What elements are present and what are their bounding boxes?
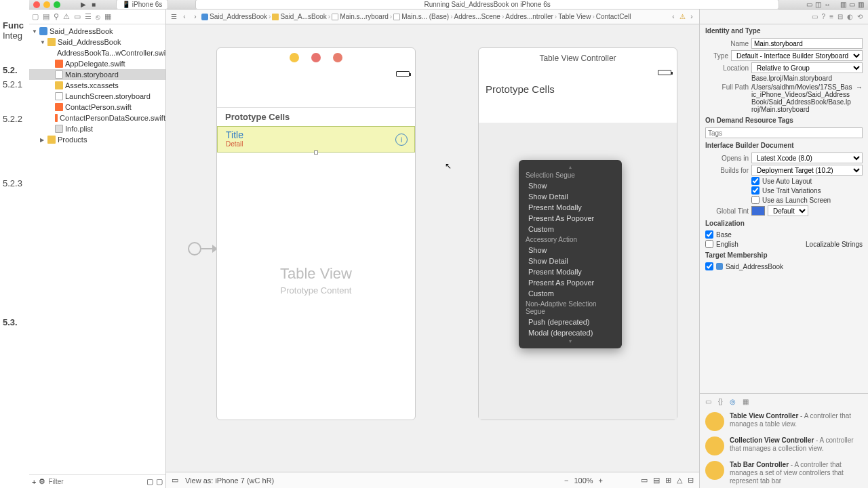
min-traffic[interactable] [43,1,50,8]
editor-mode-version[interactable]: ↔ [824,1,831,8]
background-document: Func Integ 5.2. 5.2.1 5.2.2 5.2.3 5.3. [0,0,29,488]
file-row[interactable]: AddressBookTa...wController.swift [29,47,165,58]
name-field[interactable] [751,38,863,49]
stack-icon[interactable]: ⊟ [688,476,694,485]
target-check[interactable] [705,262,713,270]
library-item[interactable]: Table View Controller - A controller tha… [700,409,868,434]
location-sub: Base.lproj/Main.storyboard [751,75,863,82]
builds-for-select[interactable]: Deployment Target (10.2) [751,165,863,176]
type-select[interactable]: Default - Interface Builder Storyboard [731,50,863,61]
section-identity: Identity and Type [700,24,868,37]
scene-vc-icon[interactable] [290,53,299,62]
forward-button[interactable]: › [191,12,200,22]
tableview-placeholder: Table View Prototype Content [217,265,415,296]
stop-button[interactable]: ■ [92,1,96,8]
products-folder[interactable]: ▶Products [29,134,165,145]
initial-vc-arrow[interactable] [188,238,218,260]
file-row[interactable]: AppDelegate.swift [29,58,165,69]
align-icon[interactable]: ▤ [653,476,660,485]
cell-detail: Detail [226,140,406,148]
segue-option[interactable]: Show Detail [519,191,622,202]
launch-screen-check[interactable] [751,196,760,204]
segue-option[interactable]: Push (deprecated) [519,317,622,327]
trait-var-check[interactable] [751,186,760,195]
segue-option[interactable]: Present Modally [519,266,622,277]
group-folder[interactable]: ▼Said_AddressBook [29,37,165,47]
back-button[interactable]: ‹ [180,12,189,22]
tint-select[interactable]: Default [768,205,808,216]
segue-popup: ▴ Selection Segue Show Show Detail Prese… [519,160,622,348]
library-tabs[interactable]: ▭{}◎▦ [700,396,868,409]
scene-first-responder-icon[interactable] [311,53,321,62]
scene-exit-icon[interactable] [333,53,342,62]
segue-option[interactable]: Show [519,180,622,191]
reveal-icon[interactable]: → [856,83,863,91]
filter-input[interactable] [48,478,144,485]
file-row[interactable]: ContactPersonDataSource.swift [29,113,165,123]
resolve-icon[interactable]: △ [677,476,682,485]
jump-bar[interactable]: ☰ ‹ › Said_AddressBook› Said_A...sBook› … [166,9,699,24]
activity-view: Running Said_AddressBook on iPhone 6s [195,0,779,9]
toggle-nav[interactable]: ▥ [840,1,846,8]
status-bar [217,67,415,81]
scene-tableview-1[interactable]: Prototype Cells Title Detail i Table Vie… [216,47,416,420]
navigator-tabs[interactable]: ▢▤⚲⚠▭☰⎋▦ [29,9,165,24]
detail-disclosure-icon[interactable]: i [395,134,408,146]
embed-icon[interactable]: ▭ [641,476,648,485]
status-bar [479,66,677,79]
location-select[interactable]: Relative to Group [751,62,863,73]
ib-canvas[interactable]: Prototype Cells Title Detail i Table Vie… [166,24,699,472]
segue-option[interactable]: Custom [519,288,622,299]
toggle-debug[interactable]: ▭ [849,1,855,8]
view-as-label[interactable]: View as: iPhone 7 (wC hR) [185,476,274,485]
segue-option[interactable]: Present As Popover [519,213,622,224]
segue-option[interactable]: Present Modally [519,202,622,213]
tint-swatch[interactable] [751,206,765,216]
outline-toggle[interactable]: ☰ [169,12,178,22]
cell-title: Title [226,129,406,140]
file-row[interactable]: Assets.xcassets [29,80,165,91]
navigator-filter[interactable]: +⚙▢▢ [29,474,165,488]
tags-field[interactable] [705,127,863,138]
canvas-bottom-bar: ▭ View as: iPhone 7 (wC hR) − 100% + ▭ ▤… [166,472,699,488]
segue-option[interactable]: Show Detail [519,256,622,266]
segue-option[interactable]: Modal (deprecated) [519,327,622,338]
titlebar: ▶ ■ 📱 iPhone 6s Running Said_AddressBook… [29,0,868,9]
max-traffic[interactable] [54,1,60,8]
segue-option[interactable]: Show [519,245,622,256]
zoom-out[interactable]: − [564,476,568,485]
segue-option[interactable]: Custom [519,224,622,235]
resize-handle[interactable] [314,150,318,155]
segue-option[interactable]: Present As Popover [519,277,622,288]
toggle-util[interactable]: ▥ [858,1,864,8]
section-loc: Localization [700,217,868,230]
library-item[interactable]: Tab Bar Controller - A controller that m… [700,458,868,488]
prev-issue[interactable]: ‹ [669,12,678,22]
prototype-cell[interactable]: Title Detail i [217,126,415,152]
file-row[interactable]: ContactPerson.swift [29,102,165,113]
loc-base-check[interactable] [705,230,713,239]
file-row[interactable]: Info.plist [29,123,165,134]
full-path: /Users/saidhm/Movies/17SS_Basic_iPhone_V… [751,83,853,113]
object-library: ▭{}◎▦ Table View Controller - A controll… [700,393,868,488]
library-item[interactable]: Collection View Controller - A controlle… [700,434,868,458]
pin-icon[interactable]: ⊞ [665,476,671,485]
editor-mode-assistant[interactable]: ◫ [815,1,821,8]
navigator-panel: ▢▤⚲⚠▭☰⎋▦ ▼Said_AddressBook ▼Said_Address… [29,9,166,488]
loc-en-check[interactable] [705,240,713,248]
file-row-selected[interactable]: Main.storyboard [29,69,165,80]
file-row[interactable]: LaunchScreen.storyboard [29,91,165,102]
autolayout-check[interactable] [751,177,760,185]
file-inspector-tab: ▭ [812,13,818,20]
scheme-selector[interactable]: 📱 iPhone 6s [116,0,168,9]
project-root[interactable]: ▼Said_AddressBook [29,26,165,37]
next-issue[interactable]: › [687,12,696,22]
close-traffic[interactable] [33,1,40,8]
inspector-tabs[interactable]: ▭?≡⊟◐⟲ [700,9,868,24]
opens-in-select[interactable]: Latest Xcode (8.0) [751,152,863,163]
section-ibd: Interface Builder Document [700,139,868,152]
run-button[interactable]: ▶ [81,1,86,8]
zoom-in[interactable]: + [599,476,603,485]
editor-mode-standard[interactable]: ▭ [806,1,812,8]
device-config-icon[interactable]: ▭ [172,476,178,485]
